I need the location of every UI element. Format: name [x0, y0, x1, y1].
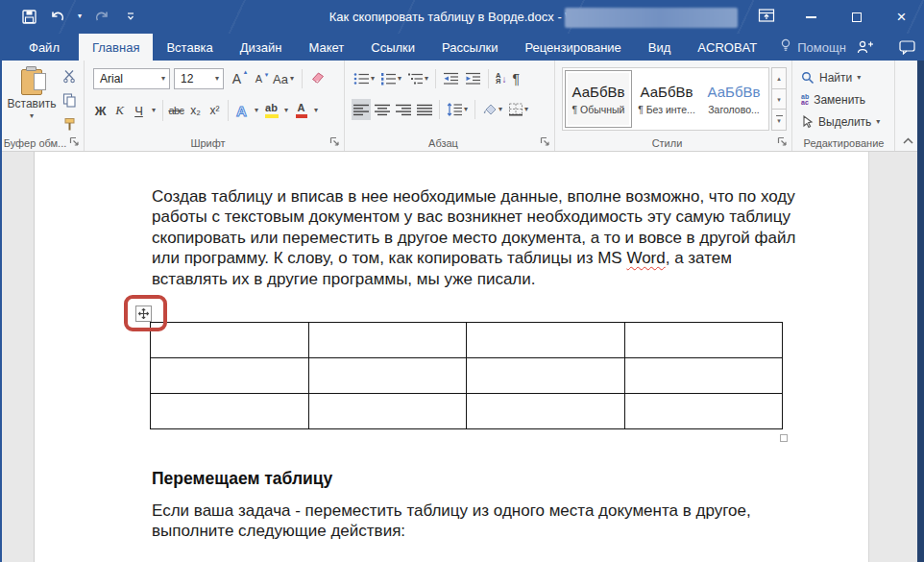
text-effects-button[interactable]: A — [232, 100, 251, 121]
tab-mailings[interactable]: Рассылки — [428, 34, 511, 61]
superscript-button[interactable]: x² — [206, 100, 224, 121]
account-name-blurred — [565, 8, 738, 28]
multilevel-list-button[interactable]: ▾ — [405, 68, 430, 89]
tab-acrobat[interactable]: ACROBAT — [684, 34, 770, 61]
borders-button[interactable]: ▾ — [506, 99, 530, 120]
table-cell[interactable] — [151, 323, 309, 358]
redo-button-disabled[interactable] — [90, 6, 113, 27]
comments-icon[interactable] — [899, 40, 915, 55]
ribbon-display-options-icon — [758, 8, 775, 27]
clear-formatting-button[interactable] — [309, 68, 328, 89]
font-color-button[interactable]: А — [292, 100, 310, 121]
table-cell[interactable] — [308, 323, 467, 358]
clipboard-dialog-launcher[interactable] — [69, 136, 81, 148]
font-size-combo[interactable]: 12 ▾ — [174, 68, 224, 89]
shading-icon — [482, 103, 498, 116]
tab-file[interactable]: Файл — [10, 34, 79, 61]
document-page[interactable]: Создав таблицу и вписав в нее необходимы… — [34, 152, 869, 562]
table-cell[interactable] — [308, 394, 467, 429]
share-icon[interactable] — [856, 39, 874, 55]
tell-me-box[interactable]: Помощн — [770, 34, 856, 61]
tab-insert[interactable]: Вставка — [153, 34, 226, 61]
select-button[interactable]: Выделить ▾ — [801, 112, 880, 132]
undo-dropdown[interactable]: ▾ — [75, 6, 85, 27]
font-name-combo[interactable]: Arial ▾ — [93, 68, 170, 89]
replace-button[interactable]: ab ac Заменить — [801, 90, 865, 110]
align-center-icon — [375, 104, 390, 116]
move-cross-icon — [138, 308, 149, 319]
style-card-normal[interactable]: АаБбВв ¶ Обычный — [565, 70, 632, 128]
paragraph-1[interactable]: Создав таблицу и вписав в нее необходимы… — [152, 186, 801, 289]
align-center-button[interactable] — [373, 99, 392, 120]
tab-layout[interactable]: Макет — [295, 34, 357, 61]
paragraph-2[interactable]: Если ваша задача - переместить таблицу и… — [152, 501, 815, 542]
font-color-dropdown[interactable]: ▾ — [311, 100, 321, 121]
collapse-ribbon-button[interactable] — [899, 134, 916, 147]
format-painter-button[interactable] — [60, 117, 79, 134]
tab-review[interactable]: Рецензирование — [511, 34, 634, 61]
table-cell[interactable] — [467, 394, 625, 429]
align-right-button[interactable] — [394, 99, 413, 120]
document-workspace: Создав таблицу и вписав в нее необходимы… — [0, 152, 924, 562]
cut-button[interactable] — [60, 69, 79, 86]
justify-button[interactable] — [415, 99, 434, 120]
save-button[interactable] — [17, 6, 40, 27]
window-right-border — [917, 61, 924, 562]
table-cell[interactable] — [308, 358, 467, 394]
decrease-indent-button[interactable] — [441, 68, 461, 89]
styles-dialog-launcher[interactable] — [777, 136, 789, 148]
highlight-dropdown[interactable]: ▾ — [281, 100, 291, 121]
undo-button[interactable] — [46, 6, 69, 27]
table-cell[interactable] — [467, 358, 625, 394]
font-dialog-launcher[interactable] — [329, 136, 341, 148]
maximize-button[interactable] — [834, 0, 879, 34]
table-cell[interactable] — [624, 394, 783, 429]
italic-button[interactable]: К — [110, 100, 129, 121]
highlight-button[interactable]: ab — [262, 100, 280, 121]
sort-button[interactable]: АЯ ↓ — [494, 68, 508, 89]
increase-indent-button[interactable] — [463, 68, 483, 89]
subscript-button[interactable]: x₂ — [186, 100, 205, 121]
styles-scroll-up-button[interactable]: ▴ — [771, 67, 787, 89]
copy-button[interactable] — [60, 93, 79, 110]
numbering-button[interactable]: ▾ — [378, 68, 403, 89]
table-cell[interactable] — [467, 323, 625, 358]
table-cell[interactable] — [151, 358, 309, 394]
shading-button[interactable]: ▾ — [480, 99, 504, 120]
paragraph-dialog-launcher[interactable] — [540, 136, 551, 148]
styles-more-button[interactable]: ▾ — [771, 110, 787, 131]
bullets-button[interactable]: ▾ — [352, 68, 377, 89]
customize-qat-button[interactable] — [119, 6, 142, 27]
table-cell[interactable] — [624, 358, 783, 394]
tab-view[interactable]: Вид — [635, 34, 685, 61]
shrink-font-button[interactable]: A▾ — [250, 68, 268, 89]
tab-home[interactable]: Главная — [79, 34, 153, 61]
paste-button[interactable]: Вставить ▾ — [7, 67, 57, 133]
minimize-button[interactable] — [789, 0, 834, 34]
underline-dropdown[interactable]: ▾ — [149, 100, 158, 121]
table-row — [151, 394, 783, 429]
table-cell[interactable] — [151, 394, 309, 429]
table-move-handle[interactable] — [135, 305, 152, 322]
tab-references[interactable]: Ссылки — [357, 34, 428, 61]
strikethrough-button[interactable]: abc — [167, 100, 185, 121]
line-spacing-button[interactable]: ▾ — [445, 99, 470, 120]
find-button[interactable]: Найти ▾ — [801, 68, 861, 87]
text-effects-dropdown[interactable]: ▾ — [252, 100, 261, 121]
section-heading[interactable]: Перемещаем таблицу — [152, 469, 332, 489]
style-card-no-spacing[interactable]: АаБбВв ¶ Без инте... — [634, 70, 699, 128]
ribbon-display-options-button[interactable] — [743, 0, 789, 34]
style-card-heading1[interactable]: АаБбВв Заголово... — [701, 70, 766, 128]
tab-design[interactable]: Дизайн — [227, 34, 296, 61]
change-case-button[interactable]: Aa ▾ — [272, 68, 295, 89]
eraser-icon — [310, 70, 326, 87]
show-marks-button[interactable]: ¶ — [510, 68, 522, 89]
align-left-button[interactable] — [352, 99, 371, 120]
table-cell[interactable] — [624, 323, 783, 358]
close-button[interactable]: × — [879, 0, 924, 34]
table-resize-handle[interactable] — [780, 434, 788, 442]
grow-font-button[interactable]: A▴ — [228, 68, 246, 89]
underline-button[interactable]: Ч — [130, 100, 148, 121]
bold-button[interactable]: Ж — [91, 100, 109, 121]
styles-scroll-down-button[interactable]: ▾ — [771, 89, 787, 110]
